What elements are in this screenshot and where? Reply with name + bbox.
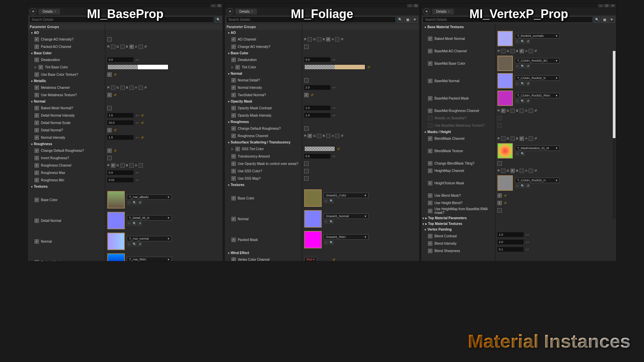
texture-dropdown[interactable]: Grass01_RMA▾ [324, 234, 369, 240]
browse-btn[interactable]: 🔍 [132, 200, 137, 205]
section-masks[interactable]: Masks / Height [421, 129, 495, 135]
num-input[interactable] [107, 120, 133, 125]
num-input[interactable] [107, 170, 133, 175]
chk[interactable] [35, 148, 39, 153]
max-button[interactable]: ▢ [604, 4, 609, 7]
rgba-row[interactable]: RGBA↺ [105, 43, 223, 50]
chk[interactable] [35, 121, 39, 125]
tab-details[interactable]: Details× [235, 9, 257, 14]
chk-val[interactable] [107, 106, 112, 110]
search-icon[interactable]: 🔍 [397, 17, 403, 23]
section-ao[interactable]: AO [28, 30, 105, 36]
chk[interactable] [35, 163, 39, 168]
section-top-textures[interactable]: ▸ Top Material Textures [421, 221, 495, 227]
section-normal[interactable]: Normal [28, 99, 105, 104]
min-button[interactable]: – [211, 4, 216, 7]
chk-val[interactable] [107, 72, 112, 77]
rgba-row[interactable]: RGBA [105, 162, 223, 169]
eye-icon[interactable]: 👁 [609, 17, 615, 23]
section-opacity[interactable]: Opacity Mask [225, 99, 302, 104]
texture-dropdown[interactable]: T_Axe_normal▾ [127, 236, 172, 241]
chk[interactable] [35, 45, 39, 49]
tab-details[interactable]: Details × [39, 9, 60, 14]
num-input[interactable] [107, 135, 133, 140]
section-base-textures[interactable]: Base Material Textures [421, 24, 495, 30]
color-swatch[interactable] [107, 64, 168, 70]
min-button[interactable]: – [598, 4, 603, 7]
chk-val[interactable] [107, 93, 112, 97]
texture-thumb[interactable] [107, 191, 125, 208]
chk-val[interactable] [107, 128, 112, 132]
chk[interactable] [35, 219, 39, 223]
chk[interactable] [35, 135, 39, 140]
scrollbar[interactable] [613, 51, 615, 219]
texture-dropdown[interactable]: T_Rock04_normals▾ [515, 33, 560, 39]
texture-thumb[interactable] [107, 233, 125, 250]
close-icon[interactable]: × [448, 10, 450, 13]
close-icon[interactable]: × [54, 10, 56, 13]
matrix-icon[interactable]: ▦ [405, 17, 411, 23]
chk[interactable] [35, 260, 39, 261]
eye-icon[interactable]: 👁 [412, 17, 418, 23]
chk[interactable] [35, 178, 39, 182]
reset-icon[interactable]: ↺ [114, 73, 116, 76]
chk-val[interactable] [107, 37, 112, 42]
chk[interactable] [35, 113, 39, 118]
chk[interactable] [35, 85, 39, 90]
texture-dropdown[interactable]: Grass01_Color▾ [324, 193, 369, 198]
chk-val[interactable] [107, 148, 112, 153]
chk[interactable] [35, 106, 39, 110]
chk[interactable] [35, 171, 39, 175]
min-button[interactable]: – [407, 4, 413, 7]
search-icon[interactable]: 🔍 [215, 17, 221, 23]
section-textures[interactable]: Textures [28, 184, 105, 189]
section-vertex-painting[interactable]: Vertex Painting [421, 227, 495, 232]
section-basecolor[interactable]: Base Color [225, 50, 302, 56]
search-input[interactable] [29, 16, 214, 23]
max-button[interactable]: ▢ [217, 4, 222, 7]
reset-icon[interactable]: ↺ [138, 200, 142, 205]
reset-icon[interactable]: ↺ [144, 45, 147, 48]
chk[interactable] [35, 128, 39, 132]
chk[interactable] [39, 65, 43, 69]
chk[interactable] [35, 58, 39, 62]
close-button[interactable]: × [610, 4, 615, 7]
chk[interactable] [35, 72, 39, 77]
channel-dropdown[interactable]: Red ▾ [304, 257, 317, 261]
max-button[interactable]: ▢ [413, 4, 419, 7]
texture-dropdown[interactable]: T_Detail_05_N▾ [127, 215, 172, 221]
color-swatch[interactable] [304, 64, 365, 70]
num-input[interactable] [107, 178, 133, 182]
chk[interactable] [35, 239, 39, 244]
scroll-thumb[interactable] [613, 51, 615, 138]
texture-dropdown[interactable]: Grass01_Normal▾ [324, 214, 369, 219]
texture-dropdown[interactable]: T_Axe_RMA▾ [127, 257, 172, 261]
chk-val[interactable] [107, 156, 112, 160]
section-wind[interactable]: Wind Effect [225, 250, 302, 256]
section-textures[interactable]: Textures [225, 182, 302, 188]
chk[interactable] [35, 198, 39, 202]
chk[interactable] [35, 156, 39, 160]
search-input[interactable] [226, 16, 396, 23]
section-roughness[interactable]: Roughness [28, 141, 105, 147]
chk[interactable] [35, 37, 39, 42]
tab-details[interactable]: Details× [432, 9, 453, 14]
num-input[interactable] [107, 57, 133, 62]
num-input[interactable] [107, 113, 133, 118]
section-basecolor[interactable]: Base Color [28, 50, 105, 56]
section-top-params[interactable]: ▸ Top Material Parameters [421, 215, 495, 221]
search-icon[interactable]: 🔍 [594, 17, 600, 23]
matrix-icon[interactable]: ▦ [601, 17, 607, 23]
texture-thumb[interactable] [107, 212, 125, 229]
search-input[interactable] [423, 16, 593, 23]
close-icon[interactable]: × [251, 10, 253, 13]
texture-thumb[interactable] [107, 253, 125, 261]
section-ao[interactable]: AO [225, 30, 302, 36]
section-metallic[interactable]: Metallic [28, 78, 105, 84]
chk[interactable] [35, 93, 39, 97]
section-sss[interactable]: Subsurface Scattering / Translucency [225, 139, 302, 145]
color-swatch[interactable] [304, 146, 335, 152]
use-btn[interactable]: ← [127, 200, 131, 205]
section-normal[interactable]: Normal [225, 71, 302, 76]
section-roughness[interactable]: Roughness [225, 119, 302, 125]
